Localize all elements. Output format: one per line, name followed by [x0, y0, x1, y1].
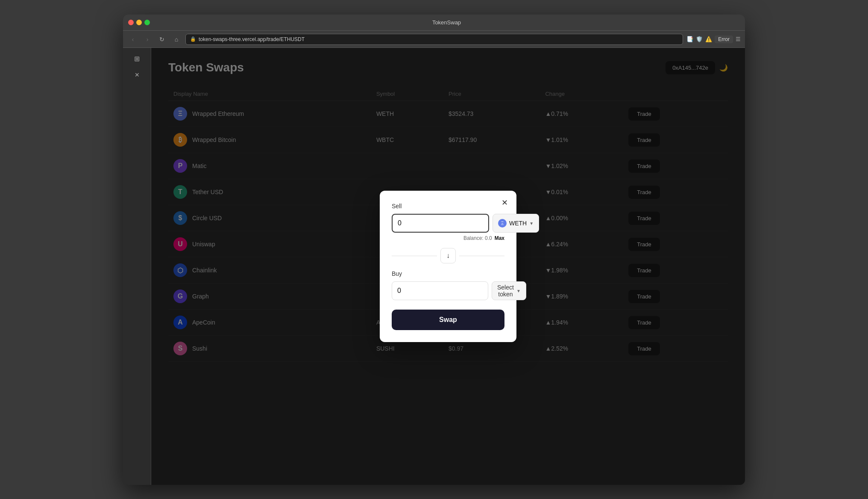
- shield-icon: 🛡️: [696, 36, 703, 42]
- max-button[interactable]: Max: [495, 235, 504, 241]
- maximize-button[interactable]: [144, 20, 150, 25]
- sell-label: Sell: [392, 203, 504, 210]
- buy-amount-input[interactable]: [392, 281, 488, 300]
- balance-row: Balance: 0.0 Max: [392, 235, 504, 241]
- swap-modal: ✕ Sell Ξ WETH ▼ Balance: 0.0 Max: [380, 191, 516, 342]
- toolbar-right: 📑 🛡️ ⚠️ Error ☰: [686, 35, 741, 43]
- browser-toolbar: ‹ › ↻ ⌂ 🔒 token-swaps-three.vercel.app/t…: [123, 31, 745, 48]
- sell-token-button[interactable]: Ξ WETH ▼: [493, 214, 539, 233]
- sell-token-chevron: ▼: [529, 221, 534, 226]
- divider-row: ↓: [392, 248, 504, 263]
- sell-amount-input[interactable]: [392, 214, 489, 233]
- main-content: Token Swaps 0xA145...742e 🌙 Display Name…: [151, 48, 745, 485]
- home-button[interactable]: ⌂: [171, 34, 182, 45]
- buy-label: Buy: [392, 270, 504, 277]
- sell-token-label: WETH: [509, 220, 527, 227]
- swap-arrow-icon: ↓: [446, 252, 450, 260]
- browser-window: TokenSwap ‹ › ↻ ⌂ 🔒 token-swaps-three.ve…: [123, 15, 745, 485]
- sidebar-close-icon[interactable]: ✕: [131, 68, 144, 81]
- security-icon: 🔒: [190, 36, 196, 42]
- browser-sidebar: ⊞ ✕: [123, 48, 151, 485]
- forward-button[interactable]: ›: [142, 34, 153, 45]
- url-text: token-swaps-three.vercel.app/trade/ETHUS…: [199, 36, 305, 42]
- address-bar[interactable]: 🔒 token-swaps-three.vercel.app/trade/ETH…: [185, 34, 683, 45]
- window-title: TokenSwap: [153, 19, 740, 26]
- select-token-label: Select token: [497, 284, 514, 298]
- minimize-button[interactable]: [136, 20, 142, 25]
- swap-direction-button[interactable]: ↓: [440, 248, 456, 263]
- buy-row: Select token ▼: [392, 281, 504, 300]
- titlebar: TokenSwap: [123, 15, 745, 31]
- alert-icon: ⚠️: [705, 36, 712, 42]
- sell-token-icon: Ξ: [498, 219, 507, 227]
- sidebar-panels-icon[interactable]: ⊞: [131, 52, 144, 65]
- swap-button[interactable]: Swap: [392, 310, 504, 330]
- divider-right: [459, 256, 504, 256]
- close-button[interactable]: [128, 20, 134, 25]
- divider-left: [392, 256, 437, 256]
- balance-label: Balance: 0.0: [463, 235, 492, 241]
- error-badge: Error: [715, 35, 733, 43]
- sell-row: Ξ WETH ▼: [392, 214, 504, 233]
- select-token-button[interactable]: Select token ▼: [492, 281, 526, 300]
- menu-icon[interactable]: ☰: [736, 36, 741, 42]
- traffic-lights: [128, 20, 150, 25]
- reload-button[interactable]: ↻: [156, 34, 167, 45]
- back-button[interactable]: ‹: [127, 34, 138, 45]
- select-token-chevron: ▼: [516, 289, 521, 293]
- modal-overlay: ✕ Sell Ξ WETH ▼ Balance: 0.0 Max: [151, 48, 745, 485]
- bookmark-icon[interactable]: 📑: [686, 36, 693, 42]
- modal-close-button[interactable]: ✕: [499, 198, 510, 208]
- browser-content: ⊞ ✕ Token Swaps 0xA145...742e 🌙 Display: [123, 48, 745, 485]
